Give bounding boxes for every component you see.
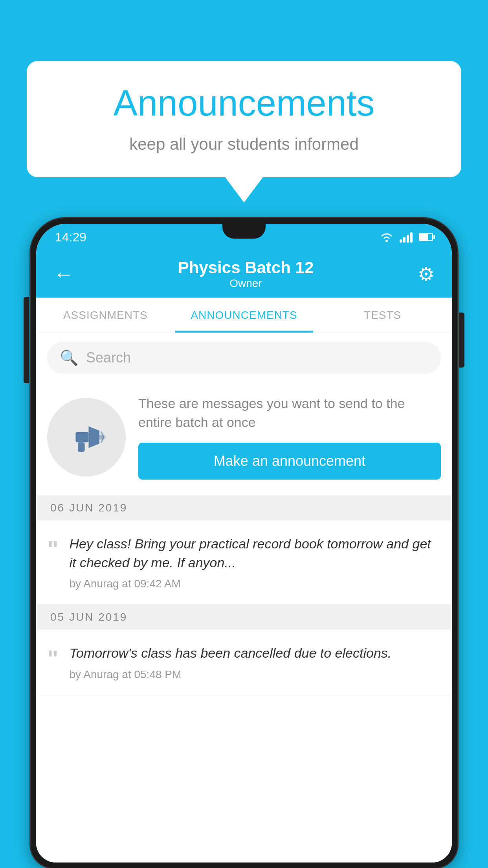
announcement-content-2: Tomorrow's class has been cancelled due … [69, 644, 438, 681]
announcement-right: These are messages you want to send to t… [138, 394, 441, 480]
announcement-meta-2: by Anurag at 05:48 PM [69, 668, 438, 681]
announcement-text-1: Hey class! Bring your practical record b… [69, 535, 438, 572]
tab-announcements[interactable]: ANNOUNCEMENTS [175, 298, 314, 333]
phone-screen: 14:29 [36, 224, 452, 862]
quote-icon-1: " [47, 538, 58, 561]
top-nav: ← Physics Batch 12 Owner ⚙ [36, 250, 452, 298]
bubble-title: Announcements [50, 83, 438, 124]
tab-assignments[interactable]: ASSIGNMENTS [36, 298, 175, 333]
announcement-item-2[interactable]: " Tomorrow's class has been cancelled du… [36, 630, 452, 695]
back-button[interactable]: ← [53, 262, 74, 286]
announcement-item-1[interactable]: " Hey class! Bring your practical record… [36, 520, 452, 605]
svg-rect-2 [76, 432, 89, 442]
nav-title: Physics Batch 12 [178, 258, 314, 277]
svg-rect-3 [78, 442, 85, 452]
status-time: 14:29 [55, 230, 86, 245]
search-icon: 🔍 [60, 349, 78, 366]
date-separator-1: 06 JUN 2019 [36, 495, 452, 520]
bubble-arrow [225, 177, 263, 202]
signal-icon [400, 232, 413, 243]
phone-frame: 14:29 [31, 218, 457, 868]
announcement-description: These are messages you want to send to t… [138, 394, 441, 432]
make-announcement-button[interactable]: Make an announcement [138, 443, 441, 480]
date-separator-2: 05 JUN 2019 [36, 605, 452, 630]
search-placeholder: Search [86, 349, 131, 366]
svg-marker-1 [89, 426, 100, 448]
nav-subtitle: Owner [178, 277, 314, 290]
speech-bubble: Announcements keep all your students inf… [27, 61, 461, 177]
status-icons [380, 232, 433, 243]
announcement-text-2: Tomorrow's class has been cancelled due … [69, 644, 438, 663]
bubble-subtitle: keep all your students informed [50, 135, 438, 154]
nav-title-area: Physics Batch 12 Owner [178, 258, 314, 290]
announcement-content-1: Hey class! Bring your practical record b… [69, 535, 438, 590]
tab-bar: ASSIGNMENTS ANNOUNCEMENTS TESTS [36, 298, 452, 333]
announcement-avatar [47, 398, 126, 476]
announcement-meta-1: by Anurag at 09:42 AM [69, 577, 438, 590]
tab-tests[interactable]: TESTS [313, 298, 452, 333]
content-area: 🔍 Search [36, 333, 452, 862]
speech-bubble-section: Announcements keep all your students inf… [27, 61, 461, 202]
search-bar[interactable]: 🔍 Search [47, 342, 441, 374]
wifi-icon [380, 232, 393, 242]
megaphone-icon [65, 416, 108, 459]
battery-icon [419, 233, 433, 241]
quote-icon-2: " [47, 647, 58, 671]
svg-point-0 [385, 240, 388, 242]
settings-button[interactable]: ⚙ [418, 263, 435, 285]
notch [222, 224, 266, 239]
status-bar: 14:29 [36, 224, 452, 250]
announcement-prompt: These are messages you want to send to t… [36, 383, 452, 495]
